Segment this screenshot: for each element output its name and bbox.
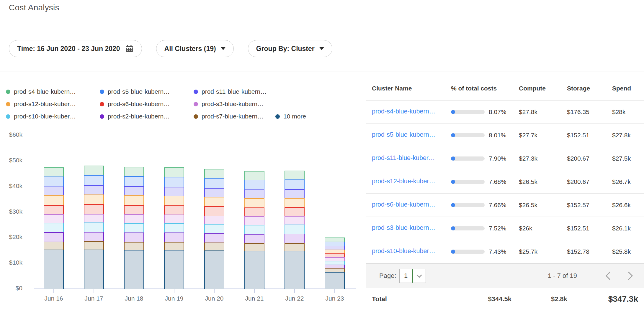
bar-segment-prod-s5-blue-kubern[interactable] — [244, 180, 264, 189]
bar-segment-prod-s5-blue-kubern[interactable] — [285, 179, 305, 189]
bar-segment-prod-s6-blue-kubern[interactable] — [285, 207, 305, 216]
bar-segment-10-more[interactable] — [285, 251, 305, 289]
bar-segment-prod-s4-blue-kubern[interactable] — [285, 171, 305, 179]
bar-segment-prod-s11-blue-kubern[interactable] — [84, 185, 104, 194]
bar-segment-prod-s12-blue-kuber[interactable] — [204, 197, 224, 206]
page-number-select[interactable]: 1 — [399, 269, 426, 283]
legend-item[interactable]: prod-s4-blue-kubern… — [6, 88, 100, 95]
previous-page-icon[interactable] — [606, 272, 614, 280]
bar-segment-prod-s12-blue-kuber[interactable] — [325, 250, 345, 253]
cluster-name-link[interactable]: prod-s3-blue-kubern… — [372, 224, 435, 232]
bar-segment-prod-s7-blue-kubern[interactable] — [285, 243, 305, 251]
bar-segment-prod-s7-blue-kubern[interactable] — [244, 243, 264, 251]
time-range-filter-button[interactable]: Time: 16 Jun 2020 - 23 Jun 2020 — [9, 40, 142, 57]
next-page-icon[interactable] — [625, 272, 633, 280]
bar-segment-prod-s4-blue-kubern[interactable] — [164, 167, 184, 177]
legend-item[interactable]: prod-s6-blue-kubern… — [100, 100, 194, 108]
bar-segment-prod-s12-blue-kuber[interactable] — [285, 198, 305, 207]
cluster-name-link[interactable]: prod-s4-blue-kubern… — [372, 108, 435, 115]
legend-item[interactable]: prod-s11-blue-kubern… — [194, 88, 267, 95]
bar-segment-prod-s6-blue-kubern[interactable] — [124, 205, 144, 214]
bar-segment-prod-s10-blue-kuber[interactable] — [244, 225, 264, 234]
bar-segment-prod-s10-blue-kuber[interactable] — [285, 225, 305, 234]
bar-segment-prod-s7-blue-kubern[interactable] — [164, 242, 184, 250]
bar-segment-prod-s5-blue-kubern[interactable] — [164, 177, 184, 187]
bar-segment-10-more[interactable] — [325, 272, 345, 289]
bar-segment-prod-s4-blue-kubern[interactable] — [44, 167, 64, 177]
bar-segment-prod-s3-blue-kubern[interactable] — [44, 214, 64, 223]
bar-segment-10-more[interactable] — [44, 250, 64, 289]
bar-segment-prod-s7-blue-kubern[interactable] — [44, 242, 64, 250]
bar-segment-prod-s6-blue-kubern[interactable] — [204, 206, 224, 215]
cluster-name-link[interactable]: prod-s11-blue-kuber… — [372, 154, 435, 162]
bar-segment-prod-s2-blue-kubern[interactable] — [44, 232, 64, 242]
bar-segment-prod-s11-blue-kubern[interactable] — [244, 189, 264, 198]
bar-segment-prod-s10-blue-kuber[interactable] — [84, 222, 104, 232]
bar-segment-10-more[interactable] — [204, 250, 224, 289]
cluster-name-link[interactable]: prod-s12-blue-kuber… — [372, 178, 435, 185]
bar-segment-prod-s12-blue-kuber[interactable] — [44, 195, 64, 205]
legend-item[interactable]: prod-s3-blue-kubern… — [194, 100, 264, 108]
legend-item[interactable]: prod-s10-blue-kuber… — [6, 113, 100, 120]
bar-segment-prod-s10-blue-kuber[interactable] — [204, 224, 224, 233]
bar-segment-prod-s6-blue-kubern[interactable] — [244, 207, 264, 216]
bar-segment-prod-s5-blue-kubern[interactable] — [44, 177, 64, 187]
cluster-filter-dropdown[interactable]: All Clusters (19) — [156, 40, 234, 57]
bar-segment-prod-s6-blue-kubern[interactable] — [325, 253, 345, 257]
bar-segment-prod-s7-blue-kubern[interactable] — [124, 242, 144, 250]
bar-segment-prod-s11-blue-kubern[interactable] — [124, 186, 144, 195]
bar-segment-prod-s11-blue-kubern[interactable] — [325, 246, 345, 250]
bar-segment-prod-s4-blue-kubern[interactable] — [124, 167, 144, 176]
bar-segment-prod-s10-blue-kuber[interactable] — [44, 223, 64, 232]
bar-segment-prod-s2-blue-kubern[interactable] — [84, 232, 104, 241]
bar-segment-prod-s10-blue-kuber[interactable] — [325, 261, 345, 265]
legend-item[interactable]: prod-s7-blue-kubern… — [194, 113, 275, 120]
bar-segment-10-more[interactable] — [244, 251, 264, 289]
bar-segment-prod-s2-blue-kubern[interactable] — [325, 265, 345, 268]
legend-item[interactable]: prod-s2-blue-kubern… — [100, 113, 194, 120]
bar-segment-prod-s3-blue-kubern[interactable] — [285, 216, 305, 225]
bar-segment-prod-s2-blue-kubern[interactable] — [164, 233, 184, 242]
bar-segment-prod-s4-blue-kubern[interactable] — [325, 238, 345, 242]
bar-segment-prod-s11-blue-kubern[interactable] — [44, 187, 64, 195]
bar-segment-prod-s6-blue-kubern[interactable] — [44, 205, 64, 214]
bar-segment-prod-s7-blue-kubern[interactable] — [84, 241, 104, 250]
legend-item[interactable]: 10 more — [275, 113, 306, 120]
bar-segment-prod-s4-blue-kubern[interactable] — [204, 169, 224, 178]
bar-segment-10-more[interactable] — [124, 250, 144, 289]
legend-item[interactable]: prod-s12-blue-kuber… — [6, 100, 100, 108]
bar-segment-prod-s11-blue-kubern[interactable] — [204, 188, 224, 197]
bar-segment-prod-s3-blue-kubern[interactable] — [84, 214, 104, 223]
bar-segment-prod-s3-blue-kubern[interactable] — [164, 215, 184, 223]
bar-segment-prod-s11-blue-kubern[interactable] — [285, 189, 305, 198]
bar-segment-10-more[interactable] — [164, 250, 184, 289]
bar-segment-prod-s4-blue-kubern[interactable] — [244, 171, 264, 180]
bar-segment-prod-s12-blue-kuber[interactable] — [124, 195, 144, 205]
bar-segment-prod-s5-blue-kubern[interactable] — [325, 242, 345, 246]
bar-segment-prod-s6-blue-kubern[interactable] — [84, 204, 104, 214]
bar-segment-prod-s2-blue-kubern[interactable] — [244, 234, 264, 243]
bar-segment-prod-s7-blue-kubern[interactable] — [325, 268, 345, 272]
bar-segment-prod-s3-blue-kubern[interactable] — [325, 257, 345, 261]
bar-segment-prod-s6-blue-kubern[interactable] — [164, 205, 184, 215]
bar-segment-prod-s5-blue-kubern[interactable] — [84, 175, 104, 185]
cluster-name-link[interactable]: prod-s10-blue-kuber… — [372, 248, 435, 255]
bar-segment-prod-s4-blue-kubern[interactable] — [84, 166, 104, 175]
bar-segment-prod-s3-blue-kubern[interactable] — [124, 214, 144, 223]
bar-segment-prod-s12-blue-kuber[interactable] — [84, 194, 104, 204]
bar-segment-prod-s3-blue-kubern[interactable] — [244, 216, 264, 225]
bar-segment-prod-s10-blue-kuber[interactable] — [124, 223, 144, 233]
bar-segment-prod-s2-blue-kubern[interactable] — [124, 233, 144, 242]
bar-segment-prod-s3-blue-kubern[interactable] — [204, 216, 224, 224]
bar-segment-10-more[interactable] — [84, 250, 104, 289]
legend-item[interactable]: prod-s5-blue-kubern… — [100, 88, 194, 95]
cluster-name-link[interactable]: prod-s5-blue-kubern… — [372, 131, 435, 138]
bar-segment-prod-s5-blue-kubern[interactable] — [124, 176, 144, 186]
bar-segment-prod-s12-blue-kuber[interactable] — [164, 196, 184, 205]
bar-segment-prod-s2-blue-kubern[interactable] — [204, 233, 224, 243]
bar-segment-prod-s7-blue-kubern[interactable] — [204, 243, 224, 250]
bar-segment-prod-s12-blue-kuber[interactable] — [244, 198, 264, 207]
bar-segment-prod-s11-blue-kubern[interactable] — [164, 187, 184, 196]
bar-segment-prod-s10-blue-kuber[interactable] — [164, 223, 184, 233]
bar-segment-prod-s2-blue-kubern[interactable] — [285, 234, 305, 243]
